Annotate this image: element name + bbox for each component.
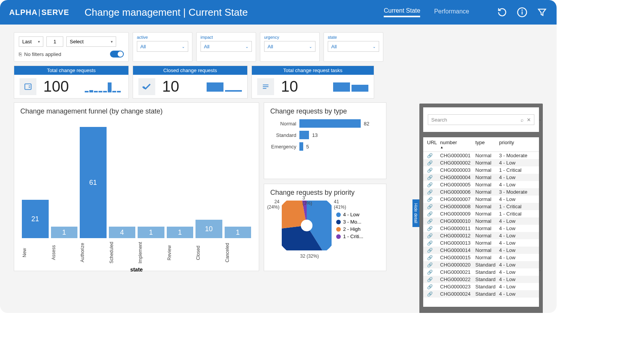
hide-detail-button[interactable]: Hide detail xyxy=(412,199,419,227)
type-bar-normal[interactable]: Normal82 xyxy=(270,119,380,128)
period-unit-select[interactable]: Select▾ xyxy=(66,36,116,47)
funnel-bar-new[interactable]: 21 xyxy=(22,119,49,238)
search-icon: ⌕ xyxy=(521,117,524,123)
table-row[interactable]: 🔗 CHG0000015Normal4 - Low xyxy=(423,254,539,261)
col-type[interactable]: type xyxy=(475,140,499,149)
stat-card-1: Closed change requests 10 xyxy=(133,66,248,99)
tab-performance[interactable]: Performance xyxy=(434,8,469,16)
table-row[interactable]: 🔗 CHG0000006Normal3 - Moderate xyxy=(423,188,539,196)
link-icon[interactable]: 🔗 xyxy=(427,233,433,239)
col-priority[interactable]: priority xyxy=(499,140,535,149)
table-row[interactable]: 🔗 CHG0000012Normal4 - Low xyxy=(423,232,539,239)
logo: ALPHA|SERVE xyxy=(9,8,69,17)
table-row[interactable]: 🔗 CHG0000014Normal4 - Low xyxy=(423,247,539,254)
funnel-bar-assess[interactable]: 1 xyxy=(51,119,78,238)
funnel-bar-closed[interactable]: 10 xyxy=(196,119,222,238)
tab-current-state[interactable]: Current State xyxy=(384,7,420,17)
refresh-icon[interactable] xyxy=(497,7,508,18)
legend-item[interactable]: 1 - Criti... xyxy=(336,234,363,239)
link-icon[interactable]: 🔗 xyxy=(427,277,433,282)
link-icon[interactable]: 🔗 xyxy=(427,168,433,173)
filter-status-icon: ⎘ xyxy=(19,51,22,57)
link-icon[interactable]: 🔗 xyxy=(427,182,433,188)
table-row[interactable]: 🔗 CHG0000013Normal4 - Low xyxy=(423,239,539,247)
stat-card-2: Total change request tasks 10 xyxy=(251,66,374,99)
link-icon[interactable]: 🔗 xyxy=(427,219,433,224)
link-icon[interactable]: 🔗 xyxy=(427,189,433,195)
table-row[interactable]: 🔗 CHG0000009Normal1 - Critical xyxy=(423,210,539,217)
funnel-bar-canceled[interactable]: 1 xyxy=(225,119,251,238)
col-number[interactable]: number▲ xyxy=(440,140,475,149)
table-row[interactable]: 🔗 CHG0000007Normal4 - Low xyxy=(423,196,539,203)
link-icon[interactable]: 🔗 xyxy=(427,240,433,246)
table-row[interactable]: 🔗 CHG0000008Normal1 - Critical xyxy=(423,203,539,210)
link-icon[interactable]: 🔗 xyxy=(427,291,433,297)
legend-item[interactable]: 3 - Mo... xyxy=(336,219,363,225)
svg-point-2 xyxy=(522,10,522,10)
filter-impact: impact All⌄ xyxy=(196,32,256,62)
filter-state-select[interactable]: All⌄ xyxy=(328,41,379,52)
table-row[interactable]: 🔗 CHG0000021Standard4 - Low xyxy=(423,268,539,276)
link-icon[interactable]: 🔗 xyxy=(427,211,433,217)
stat-value-0: 100 xyxy=(43,78,69,95)
link-icon[interactable]: 🔗 xyxy=(427,270,433,275)
detail-panel: Hide detail Search ⌕ ✕ URL number▲ type … xyxy=(419,104,543,313)
col-url[interactable]: URL xyxy=(427,140,440,149)
filter-urgency-select[interactable]: All⌄ xyxy=(264,41,315,52)
type-bar-emergency[interactable]: Emergency5 xyxy=(270,142,380,151)
table-row[interactable]: 🔗 CHG0000011Normal4 - Low xyxy=(423,225,539,232)
link-icon[interactable]: 🔗 xyxy=(427,160,433,166)
clear-search-icon[interactable]: ✕ xyxy=(527,117,531,123)
link-icon[interactable]: 🔗 xyxy=(427,204,433,209)
table-row[interactable]: 🔗 CHG0000010Normal4 - Low xyxy=(423,217,539,225)
period-count[interactable]: 1 xyxy=(46,36,63,47)
table-row[interactable]: 🔗 CHG0000020Standard4 - Low xyxy=(423,261,539,268)
link-icon[interactable]: 🔗 xyxy=(427,262,433,268)
funnel-bar-scheduled[interactable]: 4 xyxy=(109,119,136,238)
funnel-title: Change management funnel (by change stat… xyxy=(20,107,253,115)
date-filter-card: Last▾ 1 Select▾ ⎘No filters applied xyxy=(14,32,129,62)
legend-item[interactable]: 2 - High xyxy=(336,226,363,232)
link-icon[interactable]: 🔗 xyxy=(427,248,433,253)
filter-urgency: urgency All⌄ xyxy=(260,32,320,62)
detail-table: URL number▲ type priority 🔗 CHG0000001No… xyxy=(423,137,539,307)
search-input[interactable]: Search ⌕ ✕ xyxy=(428,114,534,125)
table-row[interactable]: 🔗 CHG0000001Normal3 - Moderate xyxy=(423,152,539,159)
filter-toggle[interactable] xyxy=(110,51,124,58)
stat-icon-2 xyxy=(257,78,274,95)
funnel-bar-review[interactable]: 1 xyxy=(167,119,194,238)
filter-impact-select[interactable]: All⌄ xyxy=(200,41,252,52)
table-row[interactable]: 🔗 CHG0000023Standard4 - Low xyxy=(423,283,539,290)
table-row[interactable]: 🔗 CHG0000005Normal4 - Low xyxy=(423,181,539,188)
link-icon[interactable]: 🔗 xyxy=(427,226,433,231)
priority-panel: Change requests by priority 3(3%) 41(41%… xyxy=(264,184,386,271)
period-select[interactable]: Last▾ xyxy=(19,36,43,47)
info-icon[interactable] xyxy=(517,7,527,18)
table-row[interactable]: 🔗 CHG0000022Standard4 - Low xyxy=(423,276,539,283)
filter-state: state All⌄ xyxy=(324,32,383,62)
link-icon[interactable]: 🔗 xyxy=(427,197,433,202)
filter-active-select[interactable]: All⌄ xyxy=(137,41,188,52)
link-icon[interactable]: 🔗 xyxy=(427,175,433,180)
table-row[interactable]: 🔗 CHG0000004Normal4 - Low xyxy=(423,174,539,181)
link-icon[interactable]: 🔗 xyxy=(427,284,433,290)
svg-rect-3 xyxy=(25,84,31,89)
header: ALPHA|SERVE Change management | Current … xyxy=(0,0,557,25)
table-row[interactable]: 🔗 CHG0000003Normal1 - Critical xyxy=(423,166,539,174)
filter-icon[interactable] xyxy=(537,7,547,18)
type-bar-standard[interactable]: Standard13 xyxy=(270,131,380,139)
link-icon[interactable]: 🔗 xyxy=(427,255,433,260)
stat-value-1: 10 xyxy=(162,78,179,95)
funnel-axis-label: state xyxy=(20,267,253,273)
funnel-bar-authorize[interactable]: 61 xyxy=(80,119,107,238)
table-row[interactable]: 🔗 CHG0000024Standard4 - Low xyxy=(423,290,539,298)
table-row[interactable]: 🔗 CHG0000002Normal4 - Low xyxy=(423,159,539,166)
no-filters-text: No filters applied xyxy=(24,51,61,57)
stat-card-0: Total change requests 100 xyxy=(14,66,129,99)
priority-title: Change requests by priority xyxy=(270,189,380,197)
link-icon[interactable]: 🔗 xyxy=(427,153,433,158)
scroll-down-icon[interactable]: ⌄ xyxy=(538,267,539,272)
stat-icon-0 xyxy=(20,78,36,95)
legend-item[interactable]: 4 - Low xyxy=(336,212,363,217)
funnel-bar-implement[interactable]: 1 xyxy=(138,119,164,238)
